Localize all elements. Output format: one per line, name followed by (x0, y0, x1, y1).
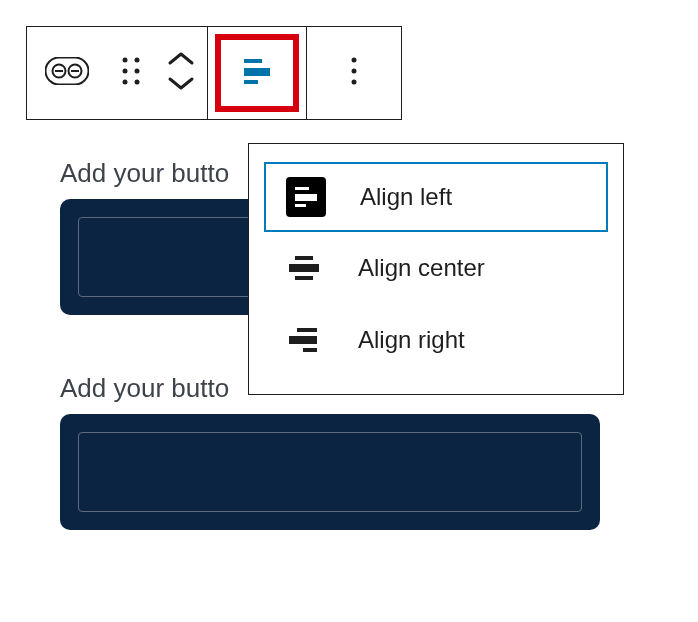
active-highlight (215, 34, 299, 112)
button-block-2[interactable] (60, 414, 600, 530)
align-option-right[interactable]: Align right (264, 304, 608, 376)
svg-rect-25 (303, 348, 317, 352)
svg-point-7 (123, 69, 128, 74)
align-right-icon (284, 320, 324, 360)
svg-point-5 (123, 58, 128, 63)
more-icon (350, 56, 358, 90)
align-center-icon (284, 248, 324, 288)
align-option-label: Align center (358, 254, 485, 282)
svg-point-9 (123, 80, 128, 85)
block-toolbar (26, 26, 402, 120)
align-left-icon (286, 177, 326, 217)
svg-point-8 (135, 69, 140, 74)
align-dropdown: Align left Align center Align right (248, 143, 624, 395)
drag-icon (121, 56, 141, 90)
svg-point-6 (135, 58, 140, 63)
svg-rect-19 (295, 204, 306, 207)
align-option-label: Align left (360, 183, 452, 211)
svg-rect-24 (289, 336, 317, 344)
block-type-button[interactable] (27, 27, 107, 119)
move-up-down[interactable] (155, 27, 207, 119)
move-up-down-icon (166, 49, 196, 97)
button-inner-2[interactable] (78, 432, 582, 512)
toolbar-group-2 (207, 26, 306, 120)
toolbar-group-1 (26, 26, 207, 120)
svg-rect-18 (295, 194, 317, 201)
align-button[interactable] (208, 27, 306, 119)
more-options-button[interactable] (307, 27, 401, 119)
svg-rect-21 (289, 264, 319, 272)
svg-rect-20 (295, 256, 313, 260)
align-option-center[interactable]: Align center (264, 232, 608, 304)
svg-point-10 (135, 80, 140, 85)
button-block-icon (45, 57, 89, 89)
svg-point-14 (352, 58, 357, 63)
svg-point-15 (352, 69, 357, 74)
svg-rect-17 (295, 187, 309, 190)
svg-rect-23 (297, 328, 317, 332)
align-option-label: Align right (358, 326, 465, 354)
svg-rect-22 (295, 276, 313, 280)
svg-point-16 (352, 80, 357, 85)
toolbar-group-3 (306, 26, 402, 120)
drag-handle[interactable] (107, 27, 155, 119)
align-option-left[interactable]: Align left (264, 162, 608, 232)
